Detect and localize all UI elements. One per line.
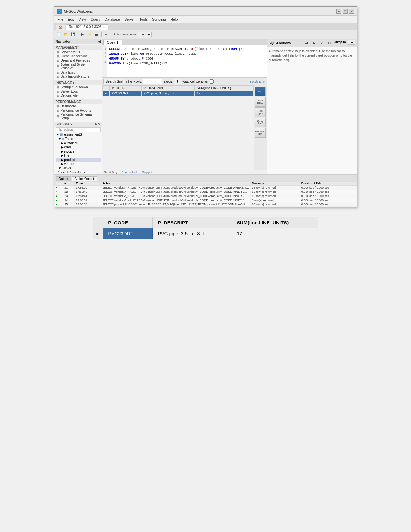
nav-performance-schema[interactable]: ⊞Performance Schema Setup <box>54 113 102 120</box>
fetch-label[interactable]: Fetch 21 <box>250 80 261 83</box>
sql-additions-forward[interactable]: ▶ <box>311 40 317 46</box>
col-p-descript[interactable]: P_DESCRIPT <box>142 86 195 91</box>
nav-data-export[interactable]: ⊞Data Export <box>54 70 102 74</box>
preview-cell-descript[interactable]: PVC pipe, 3.5-in., 8-ft <box>152 228 231 239</box>
execute-current-button[interactable]: ⚡ <box>86 31 93 38</box>
schema-node-assignments[interactable]: ▼ ⊞ assignmentS <box>56 133 101 137</box>
schema-node-customer[interactable]: ▶ customer <box>56 141 101 145</box>
query-stats-button[interactable]: Query Stats <box>255 118 266 127</box>
wrap-cell-checkbox[interactable] <box>210 79 214 84</box>
sql-additions-help-text: Automatic context help is disabled. Use … <box>269 49 355 63</box>
nav-server-status[interactable]: ⊞Server Status <box>54 50 102 54</box>
schema-filter-input[interactable] <box>56 127 101 132</box>
schema-node-product[interactable]: ▶ product <box>56 158 101 162</box>
table-row[interactable]: ► PVC23DRT PVC pipe, 3.5-in., 8-ft 17 <box>102 91 253 96</box>
log-table: # Time Action Message Duration / Fetch ●… <box>54 181 357 207</box>
jump-to-select[interactable] <box>348 40 355 45</box>
query-tab-1[interactable]: Query 1 <box>103 40 122 45</box>
context-help-link[interactable]: Context Help <box>122 171 138 174</box>
toggle-output-button[interactable]: ≡ <box>103 31 109 38</box>
nav-status-variables[interactable]: ⊞Status and System Variables <box>54 63 102 70</box>
nav-client-connections[interactable]: ⊞Client Connections <box>54 54 102 58</box>
schema-node-invoice[interactable]: ▶ invoice <box>56 149 101 153</box>
menu-database[interactable]: Database <box>103 17 122 22</box>
query-tab[interactable]: Result21 (2.0.0.1:3306 ... <box>66 24 108 30</box>
execute-button[interactable]: ▶ <box>79 31 86 38</box>
limit-label: Limit to 1000 rows <box>112 33 137 36</box>
cell-p-code[interactable]: PVC23DRT <box>110 91 142 96</box>
toolbar-separator-2 <box>101 32 102 37</box>
nav-users-privileges[interactable]: ⊞Users and Privileges <box>54 58 102 63</box>
cell-p-descript[interactable]: PVC pipe, 3.5-in., 8-ft <box>142 91 195 96</box>
result-main-area: P_CODE P_DESCRIPT SUM(line.LINE_UNITS) ►… <box>102 85 267 170</box>
management-section: MANAGEMENT ⊞Server Status ⊞Client Connec… <box>54 44 102 79</box>
right-panel: Grid Form Editor Field Types Query Stats… <box>254 85 267 170</box>
execution-plan-button[interactable]: Execution Plan <box>255 128 266 138</box>
new-query-button[interactable]: 📄 <box>56 31 62 38</box>
schema-node-stored-procs[interactable]: Stored Procedures <box>56 170 101 174</box>
save-button[interactable]: 💾 <box>70 31 76 38</box>
menu-query[interactable]: Query <box>89 17 102 22</box>
menu-help[interactable]: Help <box>169 17 180 22</box>
log-time: 17:05:01 <box>74 198 101 202</box>
menu-server[interactable]: Server <box>122 17 137 22</box>
nav-server-logs[interactable]: ⊞Server Logs <box>54 89 102 94</box>
log-duration: 0.016 sec / 0.000 sec <box>300 207 357 207</box>
form-editor-button[interactable]: Form Editor <box>255 97 266 107</box>
menu-bar: File Edit View Query Database Server Too… <box>54 16 357 23</box>
log-status-icon: ● <box>54 194 63 198</box>
preview-cell-code[interactable]: PVC23DRT <box>103 228 152 239</box>
menu-tools[interactable]: Tools <box>137 17 150 22</box>
grid-view-button[interactable]: Grid <box>255 87 266 96</box>
schema-node-line[interactable]: ▶ line <box>56 153 101 158</box>
close-button[interactable]: ✕ <box>349 9 354 14</box>
nav-data-import[interactable]: ⊞Data Import/Restore <box>54 74 102 79</box>
home-tab[interactable]: 🏠 <box>56 25 65 30</box>
result-grid: P_CODE P_DESCRIPT SUM(line.LINE_UNITS) ►… <box>102 85 254 170</box>
log-status-icon: ● <box>54 207 63 207</box>
preview-cell-sum[interactable]: 17 <box>231 228 318 239</box>
schema-node-error[interactable]: ▶ error <box>56 145 101 149</box>
preview-row[interactable]: ► PVC23DRT PVC pipe, 3.5-in., 8-ft 17 <box>93 228 318 239</box>
cell-sum-units[interactable]: 17 <box>195 91 254 96</box>
export-button[interactable]: ⬇ <box>174 79 181 84</box>
schema-node-views[interactable]: ▼ Views <box>56 166 101 170</box>
schema-node-tables[interactable]: ▼ ⊞ Tables <box>56 137 101 141</box>
output-tab[interactable]: Output <box>56 176 71 181</box>
filter-rows-input[interactable] <box>143 79 162 84</box>
menu-scripting[interactable]: Scripting <box>150 17 168 22</box>
field-types-button[interactable]: Field Types <box>255 107 266 117</box>
navigator-collapse-icon[interactable]: ◀ <box>98 40 101 43</box>
menu-view[interactable]: View <box>76 17 88 22</box>
sql-additions-back[interactable]: ◀ <box>303 40 309 46</box>
fetch-more-link[interactable]: ▶ <box>263 80 265 83</box>
col-sum-units[interactable]: SUM(line.LINE_UNITS) <box>195 86 254 91</box>
nav-options-file[interactable]: ⊞Options File <box>54 94 102 98</box>
search-grid-button[interactable]: Search Grid <box>103 79 125 84</box>
menu-file[interactable]: File <box>56 17 65 22</box>
editor-horizontal-scrollbar[interactable] <box>102 77 267 78</box>
open-button[interactable]: 📂 <box>63 31 69 38</box>
log-message: 1 row(s) returned <box>250 207 300 207</box>
management-title: MANAGEMENT <box>54 45 102 50</box>
minimize-button[interactable]: ─ <box>336 9 341 14</box>
menu-edit[interactable]: Edit <box>66 17 76 22</box>
maximize-button[interactable]: □ <box>343 9 348 14</box>
limit-select[interactable]: 1000 500 200 <box>138 32 152 37</box>
log-duration: 0.000 sec / 0.000 sec <box>300 202 357 207</box>
col-p-code[interactable]: P_CODE <box>110 86 142 91</box>
nav-startup-shutdown[interactable]: ⊞Startup / Shutdown <box>54 85 102 89</box>
nav-dashboard[interactable]: ⊞Dashboard <box>54 104 102 108</box>
toolbar-separator-3 <box>111 32 111 37</box>
main-toolbar: 📄 📂 💾 ▶ ⚡ ⏹ ≡ Limit to 1000 rows 1000 50… <box>54 30 357 39</box>
schema-node-vendor[interactable]: ▶ vendor <box>56 162 101 166</box>
sql-additions-settings[interactable]: ⚙ <box>326 40 333 46</box>
app-title: MySQL Workbench <box>64 9 95 13</box>
sql-code-editor[interactable]: SELECT product.P_CODE,product.P_DESCRIPT… <box>107 45 267 77</box>
sql-additions-help-icon[interactable]: ? <box>318 40 325 46</box>
stop-button[interactable]: ⏹ <box>93 31 100 38</box>
schema-add-icon[interactable]: ⊕ ⟳ <box>94 123 101 126</box>
snippets-link[interactable]: Snippets <box>142 171 153 174</box>
action-output-tab[interactable]: Action Output <box>72 176 97 181</box>
nav-performance-reports[interactable]: ⊞Performance Reports <box>54 108 102 113</box>
